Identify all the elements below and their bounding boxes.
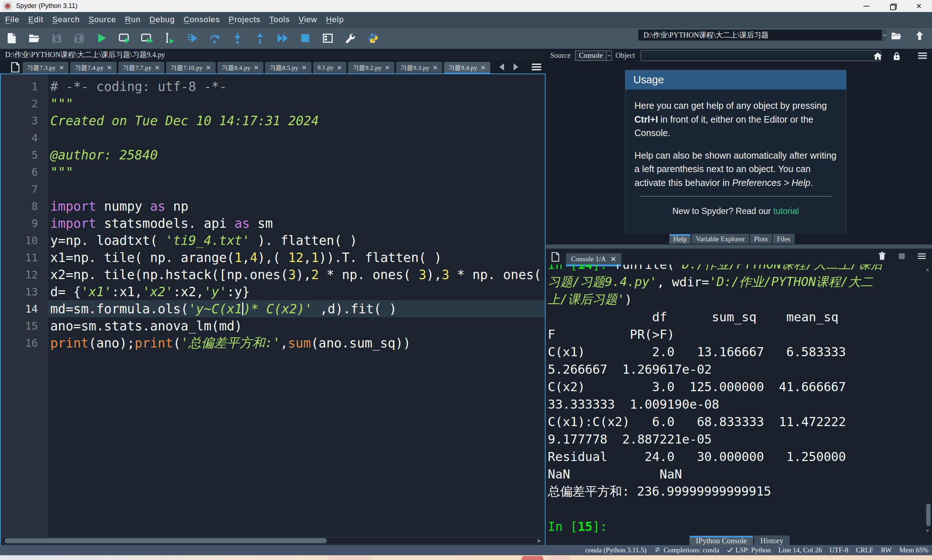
console-bottom-tab-ipython-console[interactable]: IPython Console [690, 535, 753, 545]
maximize-pane-icon[interactable] [322, 32, 334, 45]
save-icon[interactable] [51, 32, 63, 45]
scrollbar-thumb[interactable] [5, 538, 327, 543]
line-number[interactable]: 9 [1, 217, 48, 229]
editor-tab[interactable]: 习题9.3.py✕ [396, 62, 442, 74]
continue-icon[interactable] [276, 32, 289, 45]
menu-item-source[interactable]: Source [88, 15, 116, 25]
scroll-right-icon[interactable]: ► [537, 537, 542, 544]
menu-item-run[interactable]: Run [125, 15, 140, 25]
line-number[interactable]: 4 [1, 132, 48, 144]
menu-item-debug[interactable]: Debug [149, 15, 175, 25]
editor-tab[interactable]: 习题7.4.py✕ [70, 62, 116, 74]
close-button[interactable]: ✕ [906, 0, 932, 12]
console-tab[interactable]: Console 1/A✕ [566, 253, 621, 265]
console-scroll-up-icon[interactable]: ▲ [925, 266, 930, 272]
console-bottom-tab-history[interactable]: History [754, 535, 790, 545]
menu-item-search[interactable]: Search [52, 15, 80, 25]
console-switcher-icon[interactable] [550, 251, 561, 262]
run-selection-icon[interactable] [164, 32, 176, 45]
file-switcher-icon[interactable] [10, 62, 21, 73]
menu-item-view[interactable]: View [299, 15, 317, 25]
parent-directory-button[interactable] [913, 30, 926, 41]
tab-close-icon[interactable]: ✕ [337, 64, 343, 72]
menu-item-file[interactable]: File [5, 15, 19, 25]
line-number[interactable]: 13 [1, 286, 48, 298]
save-all-icon[interactable] [73, 32, 86, 45]
source-combo-dropdown-icon[interactable] [607, 51, 612, 61]
run-cell-advance-icon[interactable] [141, 32, 153, 45]
menu-item-edit[interactable]: Edit [28, 15, 43, 25]
code-editor[interactable]: 1# -*- coding: utf-8 -*-2"""3Created on … [0, 74, 546, 546]
interrupt-kernel-icon[interactable] [899, 253, 905, 260]
tab-close-icon[interactable]: ✕ [302, 64, 307, 72]
editor-tab[interactable]: 习题7.10.py✕ [166, 62, 215, 74]
menu-item-tools[interactable]: Tools [269, 15, 290, 25]
line-number[interactable]: 16 [1, 337, 48, 349]
python-env-icon[interactable] [367, 32, 379, 45]
run-icon[interactable] [96, 32, 108, 45]
step-into-icon[interactable] [231, 32, 244, 45]
editor-tab[interactable]: 习题7.7.py✕ [118, 62, 164, 74]
new-file-icon[interactable] [5, 32, 18, 45]
tabs-scroll-left-icon[interactable] [498, 63, 505, 71]
tab-close-icon[interactable]: ✕ [107, 64, 112, 72]
preferences-icon[interactable] [344, 32, 356, 45]
tab-close-icon[interactable]: ✕ [480, 64, 486, 72]
minimize-button[interactable] [853, 0, 880, 12]
editor-tab[interactable]: 习题8.5.py✕ [265, 62, 311, 74]
run-cell-icon[interactable] [118, 32, 131, 45]
line-number[interactable]: 10 [1, 234, 48, 247]
pane-splitter[interactable] [546, 245, 932, 249]
pane-tab-help[interactable]: Help [670, 234, 691, 244]
line-number[interactable]: 5 [1, 149, 48, 161]
remove-variables-icon[interactable] [878, 252, 886, 262]
editor-tab[interactable]: 习题8.4.py✕ [218, 62, 263, 74]
line-number[interactable]: 3 [1, 115, 48, 127]
tab-close-icon[interactable]: ✕ [384, 64, 390, 72]
console-scroll-down-icon[interactable]: ▼ [925, 528, 930, 534]
pane-tab-variable-explorer[interactable]: Variable Explorer [691, 234, 749, 244]
editor-tab[interactable]: 习题7.3.py✕ [23, 62, 68, 74]
tab-close-icon[interactable]: ✕ [59, 64, 65, 72]
source-combo[interactable]: Console [575, 51, 612, 61]
tab-close-icon[interactable]: ✕ [206, 64, 211, 72]
debug-file-icon[interactable] [186, 32, 199, 45]
console-tab-close-icon[interactable]: ✕ [610, 255, 617, 263]
line-number[interactable]: 15 [1, 320, 48, 332]
tab-close-icon[interactable]: ✕ [254, 64, 259, 72]
workdir-dropdown-icon[interactable] [882, 29, 887, 41]
restore-button[interactable] [880, 0, 906, 12]
working-directory-combo[interactable]: D:\作业\PYTHON课程\大二上\课后习题 [638, 29, 887, 41]
browse-directory-button[interactable] [890, 30, 903, 41]
line-number[interactable]: 12 [1, 269, 48, 281]
line-number[interactable]: 7 [1, 183, 48, 195]
home-icon[interactable] [873, 52, 883, 62]
open-file-icon[interactable] [28, 32, 40, 45]
line-number[interactable]: 6 [1, 166, 48, 178]
console-options-menu-icon[interactable] [918, 253, 926, 260]
lock-icon[interactable] [893, 52, 901, 62]
editor-tab[interactable]: 习题9.4.py✕ [444, 62, 490, 74]
console-output[interactable]: In [14]: runfile('D:/作业/PYTHON课程/大二上/课后习… [546, 265, 932, 536]
line-number[interactable]: 2 [1, 97, 48, 110]
menu-item-projects[interactable]: Projects [229, 15, 261, 25]
editor-horizontal-scrollbar[interactable]: ◄ ► [2, 537, 544, 545]
tutorial-link[interactable]: tutorial [773, 206, 799, 216]
line-number[interactable]: 14 [1, 303, 48, 315]
line-number[interactable]: 11 [1, 251, 48, 264]
tabs-scroll-right-icon[interactable] [513, 63, 519, 71]
step-out-icon[interactable] [254, 32, 266, 45]
tab-close-icon[interactable]: ✕ [155, 64, 160, 72]
step-over-icon[interactable] [209, 32, 221, 45]
menu-item-consoles[interactable]: Consoles [184, 15, 220, 25]
editor-options-menu-icon[interactable] [532, 63, 541, 71]
editor-tab[interactable]: 9.1.py✕ [313, 62, 347, 74]
line-number[interactable]: 1 [1, 80, 48, 93]
line-number[interactable]: 8 [1, 200, 48, 212]
tab-close-icon[interactable]: ✕ [433, 64, 438, 72]
pane-tab-files[interactable]: Files [773, 234, 794, 244]
console-scrollbar-thumb[interactable] [926, 504, 930, 526]
menu-item-help[interactable]: Help [326, 15, 344, 25]
object-combo[interactable] [640, 50, 881, 61]
help-options-menu-icon[interactable] [918, 52, 927, 60]
